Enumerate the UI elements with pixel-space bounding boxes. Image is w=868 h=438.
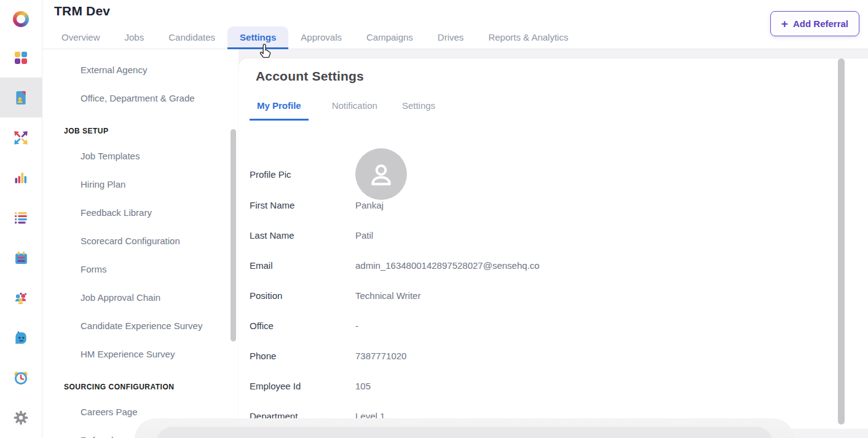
field-label: First Name xyxy=(250,200,355,210)
field-label: Email xyxy=(250,260,355,271)
bottom-shadow-inner xyxy=(156,427,773,438)
field-row-position: Position Technical Writer xyxy=(250,281,843,311)
profile-avatar[interactable] xyxy=(355,148,407,200)
tab-candidates[interactable]: Candidates xyxy=(156,26,227,49)
field-value: admin_1634800142897528027@sensehq.co xyxy=(355,260,540,271)
field-value: Patil xyxy=(355,230,373,241)
field-value: 7387771020 xyxy=(355,351,406,361)
workspace: External Agency Office, Department & Gra… xyxy=(42,49,868,438)
subnav-section-sourcing-configuration: SOURCING CONFIGURATION xyxy=(42,368,239,397)
tab-campaigns[interactable]: Campaigns xyxy=(354,26,425,49)
field-label: Employee Id xyxy=(250,381,355,391)
settings-subnav: External Agency Office, Department & Gra… xyxy=(42,49,239,438)
add-referral-button[interactable]: + Add Referral xyxy=(770,11,859,36)
logo-ring-icon xyxy=(13,11,29,27)
subnav-item-feedback-library[interactable]: Feedback Library xyxy=(42,198,239,226)
field-row-employee-id: Employee Id 105 xyxy=(250,371,843,401)
field-row-office: Office - xyxy=(250,311,843,341)
tab-approvals[interactable]: Approvals xyxy=(288,26,354,49)
subnav-item-hiring-plan[interactable]: Hiring Plan xyxy=(42,170,239,198)
clock-icon xyxy=(13,370,29,386)
referral-arrows-icon[interactable] xyxy=(0,117,42,157)
field-row-phone: Phone 7387771020 xyxy=(250,341,843,371)
main-column: TRM Dev Overview Jobs Candidates Setting… xyxy=(42,0,868,438)
field-label: Last Name xyxy=(250,230,355,241)
tab-notification[interactable]: Notification xyxy=(331,100,379,121)
field-value: Technical Writer xyxy=(355,290,420,301)
field-label: Profile Pic xyxy=(250,169,355,180)
people-icon[interactable] xyxy=(0,278,42,318)
app-root: TRM Dev Overview Jobs Candidates Setting… xyxy=(0,0,868,438)
tab-jobs[interactable]: Jobs xyxy=(112,26,157,49)
subnav-item-hm-experience-survey[interactable]: HM Experience Survey xyxy=(42,340,239,368)
four-arrows-icon xyxy=(13,130,29,146)
calendar-icon[interactable] xyxy=(0,238,42,278)
jobs-document-icon[interactable] xyxy=(0,78,42,117)
top-header: TRM Dev Overview Jobs Candidates Setting… xyxy=(42,0,868,49)
subnav-item-forms[interactable]: Forms xyxy=(42,255,239,283)
person-icon xyxy=(367,160,395,188)
bot-icon[interactable] xyxy=(0,318,42,358)
field-row-last-name: Last Name Patil xyxy=(250,220,843,250)
subnav-item-external-agency[interactable]: External Agency xyxy=(42,55,239,84)
field-value: Pankaj xyxy=(355,200,384,210)
calendar-glyph-icon xyxy=(14,250,29,266)
app-title: TRM Dev xyxy=(54,4,110,18)
subnav-item-job-approval-chain[interactable]: Job Approval Chain xyxy=(42,283,239,311)
icon-rail xyxy=(0,0,42,438)
tab-settings[interactable]: Settings xyxy=(227,26,288,49)
tab-reports-analytics[interactable]: Reports & Analytics xyxy=(476,26,580,49)
tab-my-profile[interactable]: My Profile xyxy=(250,100,309,121)
tab-overview[interactable]: Overview xyxy=(49,26,112,49)
grid-icon xyxy=(14,50,28,65)
add-referral-label: Add Referral xyxy=(793,18,848,29)
field-row-email: Email admin_1634800142897528027@sensehq.… xyxy=(250,250,843,281)
field-label: Position xyxy=(250,290,355,301)
field-value: 105 xyxy=(355,381,371,391)
card-scrollbar[interactable] xyxy=(838,58,845,424)
tab-settings-inner[interactable]: Settings xyxy=(401,100,436,121)
account-settings-card: Account Settings My Profile Notification… xyxy=(239,58,868,429)
document-person-icon xyxy=(13,90,29,106)
field-row-first-name: First Name Pankaj xyxy=(250,190,843,220)
subnav-item-candidate-experience-survey[interactable]: Candidate Experience Survey xyxy=(42,311,239,340)
account-tabs: My Profile Notification Settings xyxy=(256,100,843,121)
bar-chart-icon xyxy=(14,170,28,185)
page-title: Account Settings xyxy=(256,68,843,84)
field-label: Office xyxy=(250,321,355,331)
settings-gear-icon[interactable] xyxy=(0,398,42,438)
checklist-icon[interactable] xyxy=(0,197,42,237)
robot-icon xyxy=(13,330,29,346)
list-icon xyxy=(14,210,29,225)
people-group-icon xyxy=(13,290,29,306)
tab-drives[interactable]: Drives xyxy=(425,26,476,49)
plus-icon: + xyxy=(781,18,788,30)
subnav-scrollbar[interactable] xyxy=(231,129,236,341)
subnav-item-office-department-grade[interactable]: Office, Department & Grade xyxy=(42,84,239,112)
subnav-item-job-templates[interactable]: Job Templates xyxy=(42,141,239,170)
primary-tabs: Overview Jobs Candidates Settings Approv… xyxy=(49,26,580,49)
field-value: - xyxy=(355,321,358,331)
alarm-clock-icon[interactable] xyxy=(0,358,42,398)
field-row-profile-pic: Profile Pic xyxy=(250,158,843,190)
field-label: Phone xyxy=(250,351,355,361)
analytics-bars-icon[interactable] xyxy=(0,157,42,197)
dashboard-grid-icon[interactable] xyxy=(0,38,42,78)
gear-icon xyxy=(13,410,29,426)
app-logo[interactable] xyxy=(0,0,42,38)
subnav-item-scorecard-configuration[interactable]: Scorecard Configuration xyxy=(42,226,239,255)
subnav-section-job-setup: JOB SETUP xyxy=(42,112,239,141)
profile-fields: Profile Pic First Name Pankaj xyxy=(250,158,843,431)
